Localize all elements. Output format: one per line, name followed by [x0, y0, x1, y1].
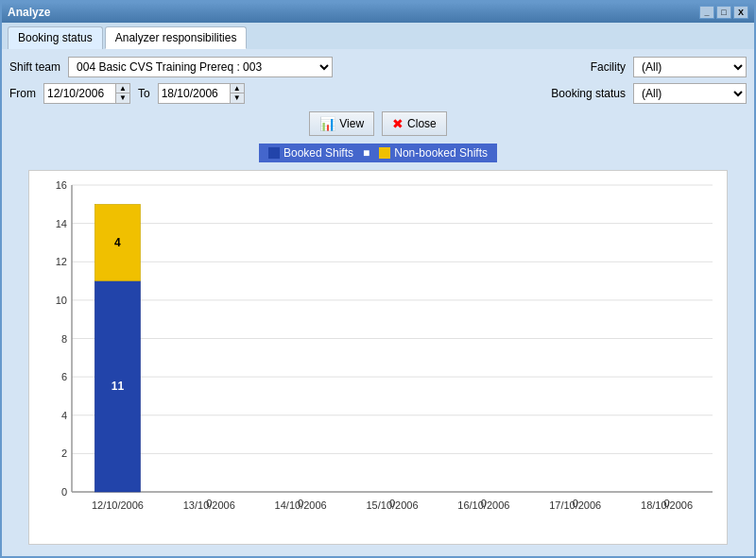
svg-text:0: 0 — [573, 498, 578, 509]
minimize-button[interactable]: _ — [699, 6, 714, 19]
window-title: Analyze — [8, 6, 50, 19]
form-row-2: From ▲ ▼ To ▲ ▼ Booking status (All) — [9, 83, 747, 104]
tab-booking-status[interactable]: Booking status — [8, 26, 103, 49]
view-icon: 📊 — [319, 116, 335, 131]
svg-text:11: 11 — [112, 380, 125, 393]
chart-svg: 024681012141611412/10/200613/10/2006014/… — [29, 171, 727, 544]
svg-text:0: 0 — [206, 498, 212, 509]
form-row-1: Shift team 004 Basic CVS Training Prereq… — [9, 57, 747, 77]
chart-container: 024681012141611412/10/200613/10/2006014/… — [28, 170, 728, 545]
svg-text:12: 12 — [56, 256, 67, 267]
to-down-arrow[interactable]: ▼ — [231, 93, 244, 103]
svg-text:0: 0 — [61, 486, 67, 498]
close-icon: ✖ — [392, 116, 404, 131]
nonbooked-color-box — [379, 147, 390, 159]
svg-text:4: 4 — [61, 410, 67, 421]
facility-label: Facility — [591, 60, 626, 74]
booking-status-label: Booking status — [551, 87, 626, 100]
close-button[interactable]: X — [733, 6, 748, 19]
shift-team-label: Shift team — [9, 60, 60, 74]
shift-team-select[interactable]: 004 Basic CVS Training Prereq : 003 — [68, 57, 333, 77]
svg-text:0: 0 — [298, 498, 303, 509]
svg-text:6: 6 — [61, 371, 67, 382]
legend-booked-label: Booked Shifts — [284, 146, 353, 160]
close-toolbar-button[interactable]: ✖ Close — [382, 111, 447, 136]
to-label: To — [138, 87, 150, 100]
booked-color-box — [268, 147, 280, 159]
tab-bar: Booking status Analyzer responsibilities — [2, 23, 754, 49]
maximize-button[interactable]: □ — [716, 6, 731, 19]
from-arrows: ▲ ▼ — [115, 84, 129, 103]
to-up-arrow[interactable]: ▲ — [231, 84, 244, 93]
facility-select[interactable]: (All) — [633, 57, 747, 77]
svg-text:12/10/2006: 12/10/2006 — [92, 499, 144, 511]
tab-analyzer-responsibilities[interactable]: Analyzer responsibilities — [105, 26, 248, 49]
title-bar-controls: _ □ X — [699, 6, 748, 19]
booking-status-select[interactable]: (All) — [633, 83, 747, 104]
svg-text:2: 2 — [61, 448, 67, 459]
title-bar: Analyze _ □ X — [2, 2, 754, 23]
svg-text:0: 0 — [481, 498, 487, 509]
svg-text:10: 10 — [56, 295, 67, 306]
from-input[interactable] — [44, 84, 115, 103]
legend-nonbooked-label: Non-booked Shifts — [394, 146, 488, 160]
to-spinner[interactable]: ▲ ▼ — [158, 83, 245, 104]
svg-text:0: 0 — [664, 498, 670, 509]
from-label: From — [9, 87, 36, 100]
toolbar: 📊 View ✖ Close — [9, 111, 747, 136]
from-up-arrow[interactable]: ▲ — [116, 84, 129, 93]
chart-area: Booked Shifts ■ Non-booked Shifts 024681… — [9, 144, 747, 549]
legend-nonbooked: Non-booked Shifts — [379, 146, 488, 160]
main-window: Analyze _ □ X Booking status Analyzer re… — [0, 0, 756, 558]
svg-text:14: 14 — [56, 218, 67, 229]
to-arrows: ▲ ▼ — [230, 84, 244, 103]
svg-text:8: 8 — [61, 333, 67, 345]
from-spinner[interactable]: ▲ ▼ — [43, 83, 130, 104]
from-down-arrow[interactable]: ▼ — [116, 93, 129, 103]
close-label: Close — [407, 117, 437, 130]
to-input[interactable] — [159, 84, 230, 103]
svg-text:16: 16 — [56, 179, 67, 191]
content-area: Shift team 004 Basic CVS Training Prereq… — [2, 49, 754, 556]
view-label: View — [339, 117, 364, 130]
legend-separator: ■ — [363, 146, 369, 160]
svg-text:4: 4 — [114, 236, 121, 249]
legend-booked: Booked Shifts — [268, 146, 353, 160]
chart-legend: Booked Shifts ■ Non-booked Shifts — [259, 144, 497, 162]
svg-text:0: 0 — [389, 498, 395, 509]
view-button[interactable]: 📊 View — [309, 111, 374, 136]
